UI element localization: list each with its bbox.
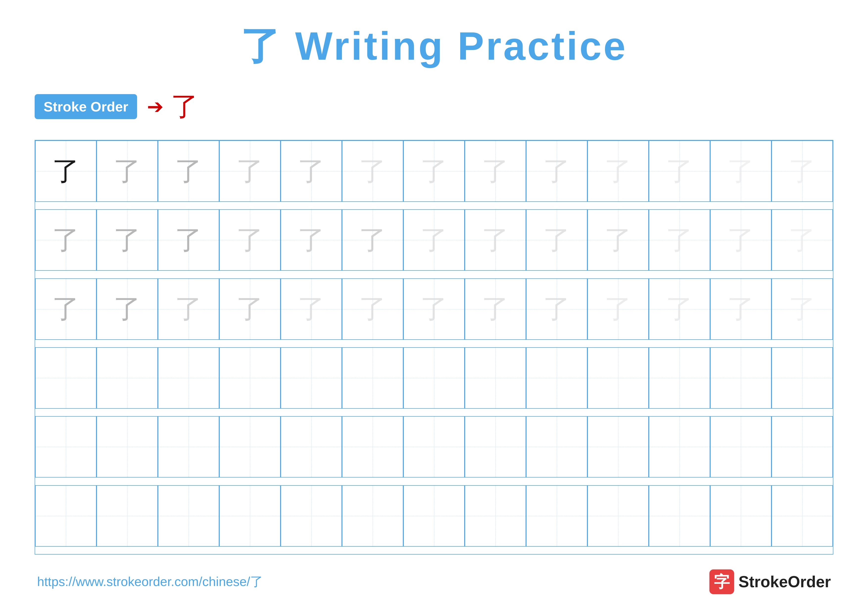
grid-cell[interactable]	[587, 485, 649, 547]
grid-cell[interactable]	[219, 485, 281, 547]
grid-cell[interactable]: 了	[772, 278, 833, 340]
grid-char: 了	[236, 222, 264, 259]
grid-cell[interactable]	[526, 416, 587, 477]
grid-cell[interactable]: 了	[587, 209, 649, 271]
grid-cell[interactable]	[342, 485, 403, 547]
grid-cell[interactable]: 了	[649, 209, 710, 271]
grid-cell[interactable]: 了	[342, 140, 403, 202]
grid-char: 了	[543, 291, 570, 328]
grid-cell[interactable]	[35, 347, 96, 409]
grid-cell[interactable]	[403, 416, 465, 477]
grid-cell[interactable]: 了	[158, 140, 219, 202]
grid-cell[interactable]: 了	[96, 209, 158, 271]
grid-cell[interactable]: 了	[281, 278, 342, 340]
grid-char: 了	[359, 291, 386, 328]
grid-char: 了	[359, 153, 386, 190]
grid-cell[interactable]: 了	[281, 209, 342, 271]
grid-char: 了	[727, 153, 755, 190]
grid-cell[interactable]: 了	[649, 140, 710, 202]
grid-cell[interactable]: 了	[465, 278, 526, 340]
grid-cell[interactable]	[649, 416, 710, 477]
grid-cell[interactable]	[403, 347, 465, 409]
grid-char: 了	[175, 153, 202, 190]
grid-cell[interactable]	[710, 485, 772, 547]
grid-char: 了	[666, 153, 693, 190]
grid-cell[interactable]: 了	[403, 278, 465, 340]
grid-cell[interactable]: 了	[342, 278, 403, 340]
grid-cell[interactable]: 了	[587, 140, 649, 202]
grid-cell[interactable]	[158, 347, 219, 409]
grid-cell[interactable]	[526, 485, 587, 547]
grid-cell[interactable]: 了	[772, 209, 833, 271]
grid-cell[interactable]	[35, 416, 96, 477]
grid-cell[interactable]	[772, 485, 833, 547]
grid-cell[interactable]	[587, 416, 649, 477]
grid-cell[interactable]	[342, 347, 403, 409]
grid-cell[interactable]	[649, 347, 710, 409]
grid-cell[interactable]: 了	[526, 278, 587, 340]
grid-cell[interactable]	[710, 347, 772, 409]
grid-cell[interactable]: 了	[281, 140, 342, 202]
brand-icon: 字	[709, 569, 734, 594]
grid-cell[interactable]: 了	[772, 140, 833, 202]
grid-cell[interactable]	[772, 347, 833, 409]
grid-cell[interactable]: 了	[465, 140, 526, 202]
grid-cell[interactable]: 了	[526, 140, 587, 202]
grid-char: 了	[789, 222, 816, 259]
grid-cell[interactable]: 了	[526, 209, 587, 271]
grid-cell[interactable]: 了	[649, 278, 710, 340]
grid-char: 了	[604, 153, 632, 190]
grid-cell[interactable]: 了	[710, 140, 772, 202]
grid-cell[interactable]: 了	[35, 209, 96, 271]
grid-cell[interactable]	[96, 416, 158, 477]
grid-cell[interactable]: 了	[219, 209, 281, 271]
grid-char: 了	[359, 222, 386, 259]
grid-cell[interactable]	[281, 416, 342, 477]
grid-cell[interactable]: 了	[35, 278, 96, 340]
grid-cell[interactable]	[96, 347, 158, 409]
grid-cell[interactable]	[342, 416, 403, 477]
grid-cell[interactable]: 了	[219, 140, 281, 202]
grid-cell[interactable]	[219, 347, 281, 409]
grid-char: 了	[298, 291, 325, 328]
grid-char: 了	[727, 291, 755, 328]
grid-cell[interactable]	[526, 347, 587, 409]
grid-char: 了	[420, 153, 448, 190]
grid-char: 了	[175, 222, 202, 259]
grid-cell[interactable]: 了	[158, 209, 219, 271]
grid-cell[interactable]: 了	[158, 278, 219, 340]
brand-name: StrokeOrder	[739, 573, 831, 591]
page-title: 了 Writing Practice	[240, 24, 628, 68]
grid-cell[interactable]	[35, 485, 96, 547]
grid-cell[interactable]	[465, 347, 526, 409]
grid-char: 了	[113, 222, 141, 259]
grid-cell[interactable]: 了	[96, 278, 158, 340]
grid-cell[interactable]: 了	[403, 209, 465, 271]
grid-char: 了	[236, 291, 264, 328]
grid-cell[interactable]	[158, 485, 219, 547]
grid-cell[interactable]	[158, 416, 219, 477]
grid-char: 了	[604, 291, 632, 328]
grid-cell[interactable]	[772, 416, 833, 477]
grid-cell[interactable]	[403, 485, 465, 547]
grid-char: 了	[789, 291, 816, 328]
grid-cell[interactable]	[465, 485, 526, 547]
grid-cell[interactable]: 了	[403, 140, 465, 202]
grid-cell[interactable]	[710, 416, 772, 477]
grid-cell[interactable]	[96, 485, 158, 547]
grid-cell[interactable]: 了	[587, 278, 649, 340]
grid-cell[interactable]	[649, 485, 710, 547]
grid-cell[interactable]: 了	[96, 140, 158, 202]
grid-cell[interactable]: 了	[342, 209, 403, 271]
footer-url[interactable]: https://www.strokeorder.com/chinese/了	[37, 573, 263, 591]
grid-cell[interactable]	[219, 416, 281, 477]
grid-cell[interactable]: 了	[35, 140, 96, 202]
grid-cell[interactable]: 了	[710, 278, 772, 340]
grid-cell[interactable]	[465, 416, 526, 477]
grid-cell[interactable]	[281, 347, 342, 409]
grid-cell[interactable]: 了	[710, 209, 772, 271]
grid-cell[interactable]	[281, 485, 342, 547]
grid-cell[interactable]: 了	[465, 209, 526, 271]
grid-cell[interactable]: 了	[219, 278, 281, 340]
grid-cell[interactable]	[587, 347, 649, 409]
